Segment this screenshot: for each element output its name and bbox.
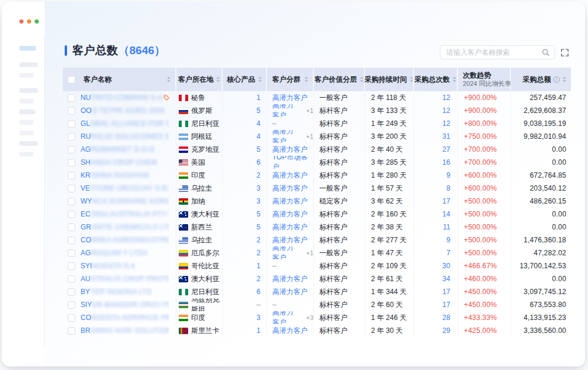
customer-name-link[interactable]: CONSENTA AGRIPACK PRIVATEE ... xyxy=(81,314,169,322)
name-visible-prefix: WY xyxy=(81,197,92,205)
customer-name-link[interactable]: AUSTRALIS CROP PROTECTIONP... xyxy=(81,275,169,283)
customer-name-link[interactable]: WYNCA SUNSHINE AGRO PRODU... xyxy=(81,197,169,205)
customer-segment-link[interactable]: 高潜力客户 xyxy=(272,184,308,194)
row-checkbox[interactable] xyxy=(68,146,75,154)
select-all-checkbox[interactable] xyxy=(68,76,75,84)
column-header-location[interactable]: 客户所在地 xyxy=(176,68,223,91)
column-header-trend[interactable]: 次数趋势2024 同比增长率 xyxy=(458,68,511,91)
row-checkbox[interactable] xyxy=(68,107,75,115)
row-checkbox[interactable] xyxy=(68,327,75,335)
core-products-count: 3 xyxy=(256,314,260,322)
name-visible-prefix: VE xyxy=(81,184,90,192)
customer-name-link[interactable]: BRAINNS AGRI SOLUTIONS PVT LTD xyxy=(81,326,169,335)
growth-rate: +500.00% xyxy=(464,197,497,205)
expand-fullscreen-icon[interactable] xyxy=(560,48,569,57)
customer-segment-link[interactable]: 高潜力客户 xyxy=(272,311,300,324)
customer-segment-link[interactable]: 高潜力客户 xyxy=(272,171,308,181)
customer-name-link[interactable]: KRISHNA RASHYAN xyxy=(81,171,149,179)
customer-name-link[interactable]: BYTER NIGERIA LTD xyxy=(81,288,152,296)
customer-segment-link[interactable]: 高潜力客户 xyxy=(272,246,300,259)
column-header-duration[interactable]: 采购持续时间 xyxy=(365,68,414,91)
core-products-count: 5 xyxy=(256,223,260,231)
sort-down-icon xyxy=(216,80,220,82)
row-checkbox[interactable] xyxy=(68,94,75,102)
search-icon[interactable] xyxy=(542,48,550,56)
column-header-purchase_count[interactable]: 采购总次数 xyxy=(414,68,458,91)
column-header-amount[interactable]: 采购总额i xyxy=(511,68,571,91)
customer-name-link[interactable]: ECONIA AUSTRALIA PTY LIMITEO xyxy=(81,210,169,218)
table-row: SIYOB BAHODIR ORZU FERMERX...乌兹别克斯坦––标杆客… xyxy=(63,298,571,311)
sort-caret-icon[interactable] xyxy=(305,76,308,82)
sidebar-skeleton-bar xyxy=(19,99,34,104)
row-checkbox[interactable] xyxy=(68,198,75,205)
sort-caret-icon[interactable] xyxy=(453,76,456,82)
customer-name-link[interactable]: AGROMARKET D.O.O xyxy=(81,145,155,154)
country-flag-IN xyxy=(179,172,188,179)
customer-segment-link[interactable]: TOP市场客户 xyxy=(272,156,313,169)
row-checkbox[interactable] xyxy=(68,262,75,270)
row-checkbox[interactable] xyxy=(68,211,75,218)
customer-segment-link[interactable]: 高潜力客户 xyxy=(272,222,308,232)
customer-segment-link[interactable]: 高潜力客户 xyxy=(272,104,300,117)
search-input[interactable] xyxy=(446,48,542,56)
growth-rate: +600.00% xyxy=(464,171,497,179)
customer-segment-link[interactable]: 高潜力客户 xyxy=(272,326,308,336)
customer-name-link[interactable]: CORREA AGROINDUSTRIA & AGR... xyxy=(81,236,169,244)
column-header-core_products[interactable]: 核心产品 xyxy=(223,68,267,91)
column-header-name[interactable]: 客户名称 xyxy=(63,68,176,91)
tag-icon[interactable] xyxy=(163,94,170,101)
customer-segment-link[interactable]: 高潜力客户 xyxy=(272,287,308,297)
customer-name-link[interactable]: NUTRITO COMPANI S.A.C xyxy=(81,94,163,102)
customer-segment-link[interactable]: 高潜力客户 xyxy=(272,274,308,284)
close-window-icon[interactable] xyxy=(19,19,24,24)
customer-segment-link[interactable]: 高潜力客户 xyxy=(272,209,308,219)
purchase-amount: 672,764.85 xyxy=(530,171,566,179)
row-checkbox[interactable] xyxy=(68,249,75,257)
column-header-segment[interactable]: 客户分群 xyxy=(267,68,314,91)
customer-name-link[interactable]: RURALIO SOLUCIONES S.A xyxy=(81,132,169,141)
row-checkbox[interactable] xyxy=(68,224,75,231)
customer-name-link[interactable]: AGROQUIM Y LTDA xyxy=(81,249,148,257)
customer-name-link[interactable]: SYINGENTA S.A xyxy=(81,262,135,270)
sort-caret-icon[interactable] xyxy=(410,76,413,82)
customer-name-link[interactable]: GLOBAL ALLIANCE FOR CHEMICA... xyxy=(81,119,169,128)
sort-caret-icon[interactable] xyxy=(563,76,566,82)
customer-segment-link[interactable]: 高潜力客户 xyxy=(272,196,308,206)
customer-segment-link: – xyxy=(272,301,276,309)
row-checkbox[interactable] xyxy=(68,275,75,283)
sort-caret-icon[interactable] xyxy=(216,76,220,82)
info-icon[interactable]: i xyxy=(553,76,560,83)
customer-name-link[interactable]: GRANITE CHEMICALS LTD xyxy=(81,223,169,231)
customer-segment-link[interactable]: 高潜力客户 xyxy=(272,130,300,143)
core-products-count: 1 xyxy=(256,94,260,102)
sort-caret-icon[interactable] xyxy=(167,76,171,82)
sort-caret-icon[interactable] xyxy=(360,76,363,82)
row-checkbox[interactable] xyxy=(68,314,75,322)
row-checkbox[interactable] xyxy=(68,301,75,309)
column-header-value_tier[interactable]: 客户价值分层 xyxy=(314,68,365,91)
page-title: 客户总数 xyxy=(72,43,118,58)
sort-down-icon xyxy=(360,80,363,82)
core-products-count: – xyxy=(256,301,260,309)
row-checkbox[interactable] xyxy=(68,236,75,244)
customer-segment-link[interactable]: 高潜力客户 xyxy=(272,93,308,103)
sort-caret-icon[interactable] xyxy=(258,76,262,82)
row-checkbox[interactable] xyxy=(68,172,75,179)
row-checkbox[interactable] xyxy=(68,120,75,128)
minimize-window-icon[interactable] xyxy=(27,19,31,24)
maximize-window-icon[interactable] xyxy=(35,19,39,24)
customer-segment-link[interactable]: 高潜力客户 xyxy=(272,235,308,245)
customer-name-link[interactable]: VETTORE URUGUAY S.R.L xyxy=(81,184,169,192)
row-checkbox[interactable] xyxy=(68,185,75,192)
sort-down-icon xyxy=(410,80,413,82)
purchase-count: 17 xyxy=(442,288,450,296)
customer-name-link[interactable]: SIYOB BAHODIR ORZU FERMERX... xyxy=(81,301,169,309)
sidebar-skeleton-bar xyxy=(19,131,34,135)
customer-name-link[interactable]: SHANGA CROP CHEM xyxy=(81,158,158,166)
name-redacted-text: ANITE CHEMICALS LTD xyxy=(91,223,169,231)
row-checkbox[interactable] xyxy=(68,159,75,166)
customer-segment-link[interactable]: 高潜力客户 xyxy=(272,145,308,155)
row-checkbox[interactable] xyxy=(68,288,75,296)
customer-name-link[interactable]: OOO TEYPE AGRO 2000 xyxy=(81,106,165,115)
row-checkbox[interactable] xyxy=(68,133,75,141)
